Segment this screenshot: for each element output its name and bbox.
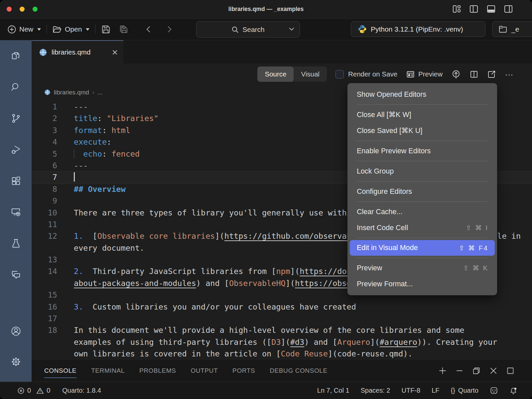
menu-item-clear-cache[interactable]: Clear Cache... <box>347 204 497 220</box>
sidebar-item-remote-explorer[interactable] <box>0 197 32 228</box>
breadcrumb-more[interactable]: ... <box>98 89 103 96</box>
line-number[interactable]: 18 <box>32 325 57 336</box>
encoding[interactable]: UTF-8 <box>401 387 420 394</box>
breadcrumb-file[interactable]: libraries.qmd <box>54 89 89 96</box>
customize-layout-icon[interactable] <box>452 4 462 14</box>
code-line[interactable]: examples of using third-party libraries … <box>32 336 532 348</box>
language-mode[interactable]: {} Quarto <box>451 387 478 394</box>
comments-icon <box>10 269 22 280</box>
menu-item-close-saved-k-u[interactable]: Close Saved [⌘K U] <box>347 123 497 139</box>
menu-item-edit-in-visual-mode[interactable]: Edit in Visual Mode⇧ ⌘ F4 <box>350 240 495 256</box>
maximize-panel-icon[interactable] <box>506 366 515 375</box>
line-number[interactable]: 5 <box>32 148 57 160</box>
interpreter-selector[interactable]: Python 3.12.1 (PipEnv: .venv) <box>351 21 485 37</box>
line-number[interactable] <box>32 278 57 289</box>
sidebar-item-extensions[interactable] <box>0 165 32 197</box>
braces-icon: {} <box>451 387 455 394</box>
minimize-icon[interactable] <box>455 366 464 375</box>
search-input[interactable]: Search <box>196 21 300 38</box>
sidebar-item-explorer[interactable] <box>0 40 32 71</box>
chevron-down-icon <box>85 28 90 31</box>
menu-item-enable-preview-editors[interactable]: Enable Preview Editors <box>347 143 497 159</box>
feedback-icon[interactable] <box>490 386 498 395</box>
line-number[interactable]: 16 <box>32 301 57 313</box>
line-number[interactable]: 13 <box>32 254 57 266</box>
toggle-primary-sidebar-icon[interactable] <box>469 4 479 14</box>
problems-status[interactable]: 0 0 <box>17 387 50 394</box>
sidebar-item-testing[interactable] <box>0 228 32 259</box>
visual-mode-button[interactable]: Visual <box>294 66 327 82</box>
line-number[interactable]: 10 <box>32 207 57 219</box>
panel-tab-ports[interactable]: PORTS <box>232 359 255 382</box>
code-line[interactable]: own libraries is covered in the article … <box>32 348 532 360</box>
line-number[interactable]: 7 <box>32 172 57 183</box>
close-icon[interactable] <box>112 49 118 56</box>
menu-item-lock-group[interactable]: Lock Group <box>347 163 497 179</box>
line-number[interactable]: 12 <box>32 230 57 242</box>
account-button[interactable] <box>0 316 32 346</box>
panel-tab-console[interactable]: CONSOLE <box>44 359 76 382</box>
code-line[interactable]: 163. Custom libraries you and/or your co… <box>32 301 532 313</box>
line-number[interactable]: 14 <box>32 266 57 277</box>
render-icon[interactable] <box>451 69 461 79</box>
source-mode-button[interactable]: Source <box>257 66 294 82</box>
line-number[interactable]: 3 <box>32 125 57 136</box>
toggle-secondary-sidebar-icon[interactable] <box>503 4 513 14</box>
open-button[interactable]: Open <box>52 25 90 34</box>
sidebar-item-run-debug[interactable] <box>0 134 32 165</box>
close-icon[interactable] <box>489 366 498 375</box>
panel-tab-problems[interactable]: PROBLEMS <box>139 359 176 382</box>
line-number[interactable]: 4 <box>32 136 57 148</box>
panel-tab-output[interactable]: OUTPUT <box>191 359 218 382</box>
toolbar-divider <box>47 25 47 34</box>
bell-icon[interactable] <box>509 387 517 395</box>
tab-libraries-qmd[interactable]: libraries.qmd <box>32 40 123 64</box>
toggle-panel-icon[interactable] <box>486 4 496 14</box>
quarto-version[interactable]: Quarto: 1.8.4 <box>62 387 101 394</box>
line-number[interactable] <box>32 348 57 360</box>
menu-item-close-all-k-w[interactable]: Close All [⌘K W] <box>347 107 497 123</box>
restore-panel-icon[interactable] <box>472 366 481 375</box>
line-number[interactable]: 2 <box>32 113 57 124</box>
add-icon[interactable] <box>438 366 447 375</box>
panel-tab-terminal[interactable]: TERMINAL <box>91 359 125 382</box>
python-logo-icon <box>358 25 367 34</box>
back-icon[interactable] <box>145 25 153 33</box>
sidebar-item-source-control[interactable] <box>0 103 32 134</box>
forward-icon[interactable] <box>165 25 173 33</box>
sidebar-item-search[interactable] <box>0 71 32 103</box>
menu-item-insert-code-cell[interactable]: Insert Code Cell⇧ ⌘ I <box>347 220 497 236</box>
more-actions-icon[interactable]: … <box>505 71 514 77</box>
line-number[interactable] <box>32 242 57 254</box>
line-number[interactable]: 8 <box>32 184 57 195</box>
preview-button[interactable]: Preview <box>406 70 443 79</box>
line-number[interactable]: 17 <box>32 313 57 325</box>
menu-item-preview[interactable]: Preview⇧ ⌘ K <box>347 260 497 276</box>
indentation[interactable]: Spaces: 2 <box>361 387 390 394</box>
settings-button[interactable] <box>0 346 32 377</box>
line-number[interactable] <box>32 336 57 348</box>
panel-tab-debug-console[interactable]: DEBUG CONSOLE <box>270 359 328 382</box>
chevron-down-icon[interactable] <box>289 27 294 31</box>
sidebar-item-comments[interactable] <box>0 259 32 290</box>
split-editor-icon[interactable] <box>469 70 478 79</box>
code-line[interactable]: 18In this document we'll provide a high-… <box>32 325 532 336</box>
eol[interactable]: LF <box>432 387 439 394</box>
menu-item-show-opened-editors[interactable]: Show Opened Editors <box>347 86 497 102</box>
line-number[interactable]: 6 <box>32 160 57 172</box>
code-segment: html <box>111 126 130 135</box>
menu-item-preview-format[interactable]: Preview Format... <box>347 276 497 292</box>
save-icon[interactable] <box>101 24 111 35</box>
workspace-button[interactable]: _e <box>492 21 532 37</box>
open-external-icon[interactable] <box>487 70 496 79</box>
line-number[interactable]: 9 <box>32 195 57 207</box>
render-on-save-checkbox[interactable] <box>335 70 344 78</box>
line-number[interactable]: 1 <box>32 101 57 113</box>
line-number[interactable]: 15 <box>32 289 57 301</box>
cursor-position[interactable]: Ln 7, Col 1 <box>317 387 349 394</box>
menu-item-configure-editors[interactable]: Configure Editors <box>347 184 497 200</box>
line-number[interactable]: 11 <box>32 219 57 230</box>
new-button[interactable]: New <box>7 25 41 34</box>
code-line[interactable]: 17 <box>32 313 532 325</box>
save-all-icon[interactable] <box>118 24 129 35</box>
